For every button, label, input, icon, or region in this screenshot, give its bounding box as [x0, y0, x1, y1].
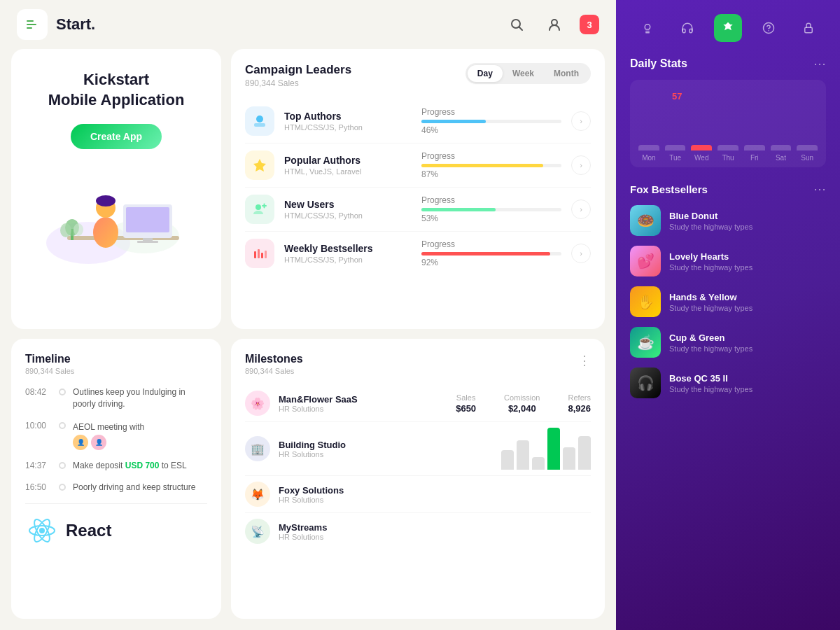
timeline-time-0842: 08:42	[25, 386, 52, 397]
milestone-row-mystreams: 📡 MyStreams HR Solutions	[245, 513, 591, 550]
popular-authors-progress: Progress 87%	[421, 151, 561, 179]
man-flower-icon: 🌸	[245, 391, 270, 416]
create-app-button[interactable]: Create App	[71, 124, 162, 149]
product-cup-green: ☕ Cup & Green Study the highway types	[630, 327, 826, 358]
milestone-row-building-studio: 🏢 Building Studio HR Solutions	[245, 422, 591, 476]
svg-rect-27	[258, 249, 260, 258]
daily-stats-menu[interactable]: ⋯	[813, 56, 826, 71]
milestones-title: Milestones	[245, 353, 303, 365]
illustration	[39, 166, 193, 264]
cup-green-name: Cup & Green	[669, 332, 752, 343]
sidebar-icon-fox[interactable]	[714, 14, 742, 42]
building-studio-type: HR Solutions	[279, 450, 487, 458]
milestones-card: Milestones 890,344 Sales ⋮ 🌸 Man&Flower …	[231, 339, 605, 619]
tab-group: Day Week Month	[465, 63, 591, 84]
daily-stats-chart: 57 Mon Tue Wed	[630, 80, 826, 167]
chart-bar-4	[547, 428, 560, 470]
foxy-icon: 🦊	[245, 482, 270, 507]
timeline-item-0842: 08:42 Outlines keep you Indulging in poo…	[25, 386, 207, 410]
svg-point-21	[256, 115, 263, 122]
user-icon[interactable]	[542, 12, 567, 37]
milestones-menu-icon[interactable]: ⋮	[578, 353, 591, 368]
bose-qc35-info: Bose QC 35 II Study the highway types	[669, 373, 752, 393]
svg-rect-26	[254, 251, 256, 258]
tab-month[interactable]: Month	[544, 65, 589, 82]
bar-wed: Wed	[691, 145, 712, 162]
campaign-card: Campaign Leaders 890,344 Sales Day Week …	[231, 49, 605, 329]
header: Start. 3	[0, 0, 616, 49]
new-users-chevron[interactable]: ›	[571, 200, 591, 219]
timeline-time-1437: 14:37	[25, 460, 52, 470]
sidebar-top-icons	[616, 0, 840, 49]
svg-rect-1	[27, 24, 36, 25]
timeline-text-1437: Make deposit USD 700 to ESL	[73, 460, 187, 472]
chart-bar-6	[578, 436, 591, 470]
popular-authors-chevron[interactable]: ›	[571, 155, 591, 175]
cup-green-thumb: ☕	[630, 327, 661, 358]
timeline-item-1437: 14:37 Make deposit USD 700 to ESL	[25, 460, 207, 472]
svg-point-5	[552, 20, 557, 25]
svg-rect-12	[137, 241, 158, 243]
svg-rect-11	[143, 238, 153, 241]
svg-point-15	[96, 195, 115, 206]
svg-rect-2	[27, 27, 32, 29]
sidebar-icon-headphone[interactable]	[673, 14, 701, 42]
brand-name: Start.	[56, 15, 95, 34]
chart-bar-2	[517, 440, 529, 470]
campaign-row-popular-authors: Popular Authors HTML, VueJS, Laravel Pro…	[245, 144, 591, 188]
new-users-info: New Users HTML/CSS/JS, Python	[284, 199, 421, 220]
notification-badge[interactable]: 3	[580, 15, 599, 34]
campaign-row-weekly-bestsellers: Weekly Bestsellers HTML/CSS/JS, Python P…	[245, 232, 591, 275]
sidebar-icon-question[interactable]	[755, 14, 783, 42]
man-flower-name: Man&Flower SaaS	[279, 394, 456, 405]
popular-authors-tags: HTML, VueJS, Laravel	[284, 167, 421, 176]
chart-peak-value: 57	[672, 91, 818, 102]
building-studio-chart	[487, 428, 591, 470]
svg-rect-29	[265, 251, 267, 258]
svg-rect-0	[27, 20, 34, 22]
sidebar-icon-lock[interactable]	[794, 14, 822, 42]
bar-sat: Sat	[771, 145, 792, 162]
timeline-text-0842: Outlines keep you Indulging in poorly dr…	[73, 386, 207, 410]
weekly-bestsellers-progress: Progress 92%	[421, 239, 561, 267]
mystreams-info: MyStreams HR Solutions	[279, 522, 591, 541]
header-right: 3	[504, 12, 599, 37]
sidebar-content: Daily Stats ⋯ 57 Mon Tue Wed	[616, 49, 840, 630]
bose-qc35-name: Bose QC 35 II	[669, 373, 752, 384]
weekly-bestsellers-chevron[interactable]: ›	[571, 244, 591, 263]
content-grid: Kickstart Mobile Application Create App	[0, 49, 616, 630]
svg-marker-22	[253, 159, 266, 172]
man-flower-type: HR Solutions	[279, 405, 456, 413]
hands-yellow-info: Hands & Yellow Study the highway types	[669, 292, 752, 312]
milestones-info: Milestones 890,344 Sales	[245, 353, 303, 375]
timeline-text-1650: Poorly driving and keep structure	[73, 482, 195, 493]
fox-bestsellers-menu[interactable]: ⋯	[813, 181, 826, 197]
avatar-1: 👤	[73, 435, 88, 450]
building-studio-info: Building Studio HR Solutions	[279, 440, 487, 458]
react-logo-section: React	[25, 503, 207, 547]
tab-day[interactable]: Day	[468, 65, 503, 82]
sidebar-icon-lightbulb[interactable]	[634, 14, 662, 42]
timeline-avatars: 👤 👤	[73, 435, 144, 450]
chart-bar-3	[532, 457, 545, 470]
top-authors-chevron[interactable]: ›	[571, 111, 591, 131]
timeline-dot	[59, 388, 66, 396]
milestone-row-foxy: 🦊 Foxy Solutions HR Solutions	[245, 476, 591, 513]
timeline-time-1000: 10:00	[25, 420, 52, 430]
bars-container: Mon Tue Wed Thu	[638, 106, 818, 162]
tab-week[interactable]: Week	[503, 65, 544, 82]
svg-point-23	[255, 204, 261, 210]
product-hands-yellow: ✋ Hands & Yellow Study the highway types	[630, 286, 826, 317]
fox-bestsellers-title: Fox Bestsellers	[630, 183, 708, 195]
new-users-tags: HTML/CSS/JS, Python	[284, 211, 421, 220]
svg-point-19	[74, 223, 83, 236]
milestones-subtitle: 890,344 Sales	[245, 367, 303, 375]
milestone-row-man-flower: 🌸 Man&Flower SaaS HR Solutions Sales $65…	[245, 385, 591, 422]
svg-rect-10	[126, 207, 169, 232]
main-area: Start. 3 Kickstart Mobile Application Cr…	[0, 0, 616, 630]
bar-mon: Mon	[638, 145, 659, 162]
foxy-name: Foxy Solutions	[279, 485, 591, 496]
campaign-info: Campaign Leaders 890,344 Sales	[245, 63, 351, 88]
search-icon[interactable]	[504, 12, 529, 37]
foxy-info: Foxy Solutions HR Solutions	[279, 485, 591, 504]
